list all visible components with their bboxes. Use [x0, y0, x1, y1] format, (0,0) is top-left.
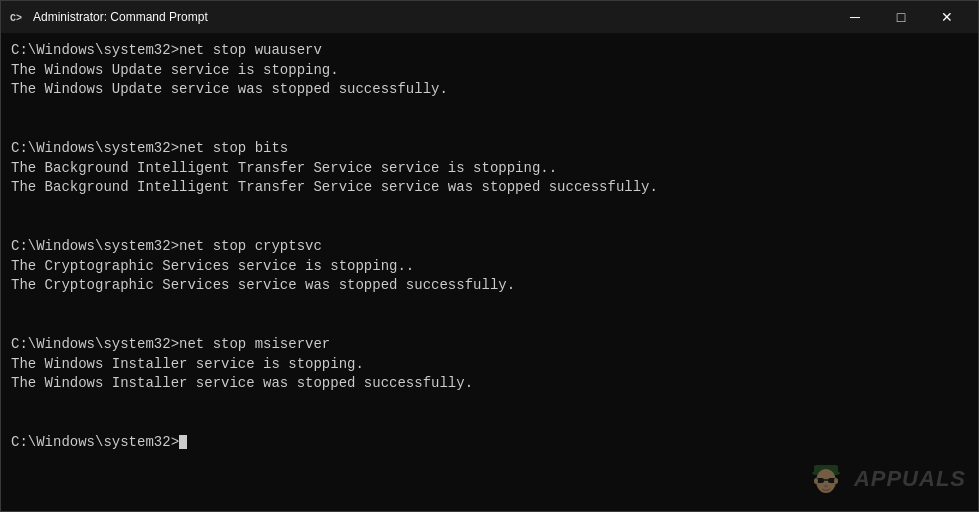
console-line: C:\Windows\system32> — [11, 433, 968, 453]
cmd-icon: C> — [9, 9, 25, 25]
window-controls: ─ □ ✕ — [832, 1, 970, 33]
console-line — [11, 119, 968, 139]
console-line: C:\Windows\system32>net stop bits — [11, 139, 968, 159]
console-line — [11, 217, 968, 237]
console-output[interactable]: C:\Windows\system32>net stop wuauservThe… — [1, 33, 978, 511]
svg-point-9 — [814, 478, 818, 484]
close-button[interactable]: ✕ — [924, 1, 970, 33]
svg-text:C>: C> — [10, 13, 22, 24]
cursor — [179, 435, 187, 449]
watermark-logo — [802, 455, 850, 503]
console-line — [11, 413, 968, 433]
svg-point-10 — [834, 478, 838, 484]
console-line: The Cryptographic Services service is st… — [11, 257, 968, 277]
console-line: C:\Windows\system32>net stop cryptsvc — [11, 237, 968, 257]
watermark-text: APPUALS — [854, 464, 966, 495]
maximize-button[interactable]: □ — [878, 1, 924, 33]
title-bar: C> Administrator: Command Prompt ─ □ ✕ — [1, 1, 978, 33]
console-line: C:\Windows\system32>net stop msiserver — [11, 335, 968, 355]
console-line: The Windows Installer service is stoppin… — [11, 355, 968, 375]
console-line: The Windows Update service was stopped s… — [11, 80, 968, 100]
console-line: The Background Intelligent Transfer Serv… — [11, 178, 968, 198]
console-lines: C:\Windows\system32>net stop wuauservThe… — [11, 41, 968, 452]
console-line — [11, 198, 968, 218]
console-line — [11, 296, 968, 316]
console-line: The Windows Update service is stopping. — [11, 61, 968, 81]
minimize-button[interactable]: ─ — [832, 1, 878, 33]
console-line: The Cryptographic Services service was s… — [11, 276, 968, 296]
console-line: The Windows Installer service was stoppe… — [11, 374, 968, 394]
console-line: C:\Windows\system32>net stop wuauserv — [11, 41, 968, 61]
cmd-window: C> Administrator: Command Prompt ─ □ ✕ C… — [0, 0, 979, 512]
svg-point-8 — [824, 485, 828, 488]
watermark: APPUALS — [802, 455, 966, 503]
console-line — [11, 394, 968, 414]
window-title: Administrator: Command Prompt — [33, 10, 832, 24]
console-line — [11, 315, 968, 335]
console-line — [11, 100, 968, 120]
console-line: The Background Intelligent Transfer Serv… — [11, 159, 968, 179]
